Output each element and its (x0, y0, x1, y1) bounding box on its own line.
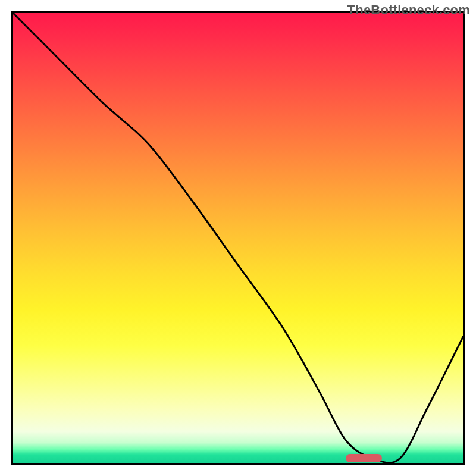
optimal-range-marker (346, 454, 381, 462)
plot-area (11, 11, 465, 465)
chart-container: TheBottleneck.com (0, 0, 476, 476)
bottleneck-curve-line (13, 13, 463, 463)
watermark-text: TheBottleneck.com (347, 2, 470, 18)
